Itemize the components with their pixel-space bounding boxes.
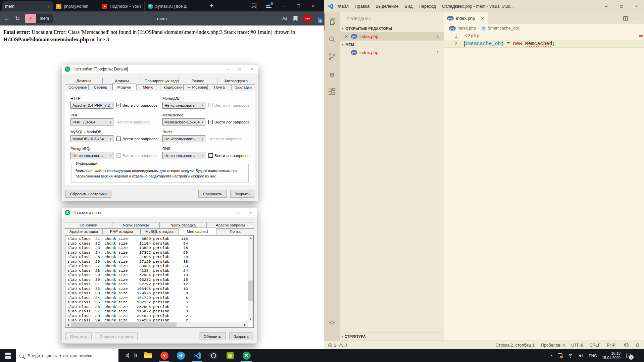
- module-log-option[interactable]: Вести лог запросов: [208, 120, 249, 124]
- memcached-log-output[interactable]: slab class 21: chunk size 8880 perslab 1…: [65, 235, 254, 328]
- dialog-title-bar[interactable]: S Настройки [Профиль: Default] – □ ×: [62, 64, 258, 73]
- module-log-option[interactable]: Вести лог запросов: [116, 153, 157, 158]
- settings-tab[interactable]: Домены: [65, 78, 103, 84]
- save-button[interactable]: Сохранить: [198, 190, 227, 198]
- close-button[interactable]: ×: [245, 208, 257, 217]
- close-icon[interactable]: ✕: [345, 34, 349, 39]
- green-app-icon[interactable]: [222, 349, 238, 362]
- menu-item[interactable]: Вид: [402, 4, 416, 9]
- scroll-down-icon[interactable]: ▼: [248, 317, 253, 322]
- show-desktop-button[interactable]: [638, 351, 639, 360]
- minimize-button[interactable]: –: [221, 64, 234, 73]
- browser-minimize-button[interactable]: –: [276, 1, 291, 11]
- chevron-up-icon[interactable]: ∧: [550, 354, 553, 358]
- status-item[interactable]: Строка 2, столбец 1: [496, 343, 535, 348]
- status-item[interactable]: CRLF: [590, 343, 601, 348]
- refresh-button[interactable]: Обновить: [199, 332, 226, 340]
- checkbox[interactable]: [208, 103, 213, 107]
- module-log-option[interactable]: Вести лог запросов: [208, 103, 249, 107]
- module-version-dropdown[interactable]: MariaDB-10.3-x64 ∨: [70, 135, 113, 142]
- menu-item[interactable]: Файл: [335, 4, 352, 9]
- module-log-option[interactable]: Вести лог запросов: [116, 137, 157, 141]
- browser-tab[interactable]: A phpMyAdmin ×: [53, 1, 99, 11]
- bookmark-flag-icon[interactable]: [247, 1, 261, 11]
- more-actions-icon[interactable]: ···: [633, 15, 639, 21]
- clear-log-button[interactable]: Очистить: [65, 332, 92, 340]
- settings-tab[interactable]: Модули: [112, 83, 136, 90]
- search-input[interactable]: [27, 353, 115, 359]
- settings-tab[interactable]: FTP сервер: [184, 84, 207, 90]
- browser-menu-icon[interactable]: [261, 1, 276, 11]
- status-item[interactable]: Пробелов: 4: [541, 343, 565, 348]
- problems-errors[interactable]: 1: [328, 343, 336, 348]
- browser-tab[interactable]: Подписки - YouTub ×: [99, 1, 144, 11]
- browser-tab[interactable]: B bymas.ru | все для в ×: [144, 1, 190, 11]
- maximize-button[interactable]: □: [234, 64, 246, 73]
- code-area[interactable]: 1<?php 2$memcache_obj = new Memcached;: [444, 32, 644, 341]
- menu-item[interactable]: Выделение: [373, 4, 402, 9]
- back-icon[interactable]: ←: [4, 15, 10, 22]
- module-version-dropdown[interactable]: Не использовать ∨: [162, 135, 205, 142]
- log-tab[interactable]: MySQL отладка: [141, 228, 179, 235]
- yandex-browser-icon[interactable]: Y: [156, 349, 172, 362]
- log-tab[interactable]: Apache отладка: [65, 228, 103, 235]
- log-tab[interactable]: Nginx запросы: [112, 222, 159, 228]
- file-tree-item[interactable]: php index.php 1: [340, 48, 444, 57]
- checkbox[interactable]: [208, 120, 213, 124]
- status-item[interactable]: UTF-8: [571, 343, 583, 348]
- outline-section[interactable]: › СТРУКТУРА: [340, 332, 444, 341]
- smiley-icon[interactable]: [624, 343, 629, 348]
- tab-close-icon[interactable]: ✕: [481, 16, 484, 21]
- close-dialog-button[interactable]: Закрыть: [229, 332, 253, 340]
- settings-tab[interactable]: Кодировки: [160, 84, 184, 90]
- source-control-icon[interactable]: [324, 48, 340, 65]
- browser-maximize-button[interactable]: □: [291, 1, 306, 11]
- breadcrumb[interactable]: php index.php › @ $memcache_obj: [444, 24, 644, 32]
- split-editor-icon[interactable]: [623, 16, 628, 21]
- log-tab[interactable]: PHP отладка: [103, 228, 141, 235]
- notification-icon[interactable]: 7: [626, 353, 631, 358]
- settings-tab[interactable]: Основные: [65, 84, 89, 90]
- start-button[interactable]: [0, 349, 16, 362]
- site-protect-badge[interactable]: ⚠ mem: [25, 14, 53, 23]
- scroll-up-icon[interactable]: ▲: [248, 236, 253, 241]
- ospanel-taskbar-icon[interactable]: S: [238, 349, 255, 362]
- module-log-option[interactable]: Нет лога запросов: [116, 120, 150, 124]
- open-editors-section[interactable]: ∨ ОТКРЫТЫЕ РЕДАКТОРЫ: [340, 24, 444, 32]
- settings-tab[interactable]: Меню: [136, 84, 160, 90]
- speaker-icon[interactable]: [578, 353, 584, 358]
- settings-tab[interactable]: Автозагрузка: [217, 78, 255, 84]
- maximize-button[interactable]: □: [614, 0, 629, 12]
- checkbox[interactable]: [116, 153, 121, 158]
- menu-item[interactable]: Правка: [352, 4, 373, 9]
- reset-settings-button[interactable]: Сбросить настройки: [65, 190, 111, 198]
- settings-tab[interactable]: Закладки: [231, 84, 255, 90]
- minimize-button[interactable]: –: [599, 0, 614, 12]
- debug-icon[interactable]: [324, 65, 340, 83]
- settings-tab[interactable]: Разное: [179, 78, 217, 84]
- breadcrumb-file[interactable]: index.php: [458, 26, 476, 31]
- download-icon[interactable]: ↓ 1: [317, 16, 320, 21]
- module-version-dropdown[interactable]: Не использовать ∨: [162, 152, 205, 159]
- new-tab-button[interactable]: +: [209, 2, 213, 10]
- menu-item[interactable]: Переход: [415, 4, 439, 9]
- module-version-dropdown[interactable]: PHP_7.3-x64 ∨: [70, 118, 113, 125]
- gear-icon[interactable]: [324, 314, 340, 331]
- bookmark-page-icon[interactable]: [293, 16, 298, 21]
- clear-all-logs-button[interactable]: Очистить все логи: [95, 332, 137, 340]
- maximize-button[interactable]: □: [233, 208, 245, 217]
- blue-app-icon[interactable]: [172, 349, 189, 362]
- dialog-title-bar[interactable]: S Просмотр логов – □ ×: [62, 208, 257, 217]
- module-log-option[interactable]: Вести лог запросов: [116, 103, 157, 107]
- module-log-option[interactable]: Нет лога запросов: [208, 137, 242, 141]
- editor-tab[interactable]: php index.php ✕: [444, 12, 488, 24]
- wifi-icon[interactable]: [567, 353, 573, 358]
- folder-section[interactable]: ∨ MEM: [340, 41, 444, 48]
- module-version-dropdown[interactable]: Memcached-1.5-x64 ∨: [162, 118, 205, 125]
- taskbar-search[interactable]: [16, 349, 118, 362]
- browser-close-button[interactable]: ×: [306, 1, 320, 11]
- scrollbar-thumb[interactable]: [248, 280, 253, 301]
- vscode-title-bar[interactable]: ФайлПравкаВыделениеВидПереходОтладка··· …: [324, 0, 644, 12]
- settings-tab[interactable]: Почта: [207, 84, 231, 90]
- translate-icon[interactable]: Aа: [282, 16, 287, 21]
